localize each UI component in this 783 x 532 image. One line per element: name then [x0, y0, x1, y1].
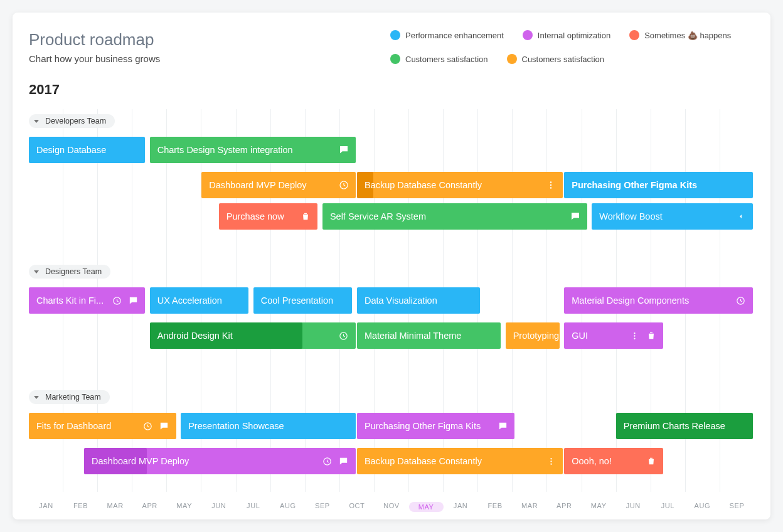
bar-charts-kit[interactable]: Charts Kit in Fi...: [29, 287, 145, 314]
clock-icon: [338, 179, 349, 191]
clock-icon: [735, 295, 747, 306]
bar-backup-database[interactable]: Backup Database Constantly: [357, 172, 563, 198]
clock-icon: [322, 455, 333, 467]
clock-icon: [338, 330, 349, 341]
year-label: 2017: [29, 82, 754, 98]
bar-purchase-now[interactable]: Purchase now: [219, 203, 318, 230]
trash-icon[interactable]: [300, 211, 311, 222]
bar-purchasing-kits[interactable]: Purchasing Other Figma Kits: [564, 172, 753, 198]
bar-dashboard-mvp-mkt[interactable]: Dashboard MVP Deploy: [84, 448, 356, 474]
svg-point-14: [550, 463, 551, 464]
svg-point-13: [550, 460, 551, 462]
bar-label: Material Design Components: [572, 295, 689, 306]
month-label[interactable]: JAN: [29, 502, 63, 512]
svg-point-2: [550, 184, 551, 186]
timeline: Developers Team Designers Team Marketing…: [29, 109, 754, 492]
bar-label: Purchase now: [226, 211, 284, 221]
trash-icon[interactable]: [646, 330, 657, 341]
bar-label: Charts Design System integration: [157, 145, 293, 155]
bar-design-database[interactable]: Design Database: [29, 137, 145, 163]
bar-data-viz[interactable]: Data Visualization: [357, 287, 480, 314]
month-label[interactable]: APR: [547, 502, 582, 512]
bar-workflow-boost[interactable]: Workflow Boost: [592, 203, 753, 230]
chat-icon: [338, 144, 349, 156]
month-label[interactable]: MAR: [513, 502, 547, 512]
month-label[interactable]: MAY: [582, 502, 616, 512]
month-label[interactable]: SEP: [720, 502, 754, 512]
month-label[interactable]: FEB: [63, 502, 98, 512]
bar-gui[interactable]: GUI: [564, 322, 663, 349]
month-label[interactable]: JAN: [444, 502, 478, 512]
bar-label: Dashboard MVP Deploy: [92, 456, 189, 466]
group-label: Designers Team: [45, 267, 102, 276]
month-label[interactable]: OCT: [339, 502, 374, 512]
legend-label: Internal optimization: [538, 31, 610, 40]
bar-fits-dashboard[interactable]: Fits for Dashboard: [29, 413, 176, 439]
more-icon[interactable]: [545, 179, 557, 191]
legend-item: Internal optimization: [523, 30, 610, 40]
bar-backup-db-mkt[interactable]: Backup Database Constantly: [357, 448, 563, 474]
month-label[interactable]: MAY: [409, 502, 444, 512]
legend-dot-icon: [390, 54, 400, 64]
svg-point-9: [634, 338, 636, 339]
month-label[interactable]: SEP: [305, 502, 339, 512]
svg-point-1: [550, 181, 551, 183]
month-label[interactable]: MAY: [167, 502, 201, 512]
bar-label: Purchasing Other Figma Kits: [572, 180, 697, 190]
bar-label: Material Minimal Theme: [365, 331, 461, 341]
month-label[interactable]: JUN: [616, 502, 651, 512]
more-icon[interactable]: [545, 455, 557, 467]
chat-icon: [127, 295, 139, 306]
month-axis: JANFEBMARAPRMAYJUNJULAUGSEPOCTNOVMAYJANF…: [29, 502, 754, 512]
bar-purchasing-kits-mkt[interactable]: Purchasing Other Figma Kits: [357, 413, 514, 439]
bar-label: Android Design Kit: [157, 331, 233, 341]
month-label[interactable]: JUN: [201, 502, 236, 512]
chat-icon: [497, 420, 508, 432]
legend-dot-icon: [390, 30, 400, 40]
month-label[interactable]: AUG: [270, 502, 305, 512]
bar-label: Purchasing Other Figma Kits: [365, 421, 481, 431]
group-toggle-marketing[interactable]: Marketing Team: [29, 390, 110, 404]
legend-dot-icon: [523, 30, 533, 40]
bar-android-kit[interactable]: Android Design Kit: [150, 322, 356, 349]
bar-label: Dashboard MVP Deploy: [209, 180, 306, 190]
bar-ux-accel[interactable]: UX Acceleration: [150, 287, 249, 314]
legend-label: Performance enhancement: [405, 31, 504, 40]
legend-item: Sometimes 💩 happens: [629, 30, 731, 40]
month-label[interactable]: JUL: [651, 502, 685, 512]
legend-dot-icon: [507, 54, 517, 64]
month-label[interactable]: MAR: [98, 502, 132, 512]
bar-material-components[interactable]: Material Design Components: [564, 287, 753, 314]
group-label: Developers Team: [45, 117, 106, 125]
bar-cool-pres[interactable]: Cool Presentation: [253, 287, 353, 314]
month-label[interactable]: APR: [132, 502, 167, 512]
bar-prototyping[interactable]: Prototyping: [506, 322, 560, 349]
bar-oooh-no[interactable]: Oooh, no!: [564, 448, 663, 474]
bar-label: Fits for Dashboard: [36, 421, 111, 431]
month-label[interactable]: AUG: [685, 502, 720, 512]
group-toggle-designers[interactable]: Designers Team: [29, 265, 110, 279]
trash-icon[interactable]: [646, 455, 657, 467]
more-icon[interactable]: [629, 330, 641, 341]
svg-point-8: [634, 335, 636, 336]
bar-label: Backup Database Constantly: [365, 456, 482, 466]
bar-dashboard-mvp[interactable]: Dashboard MVP Deploy: [201, 172, 356, 198]
bar-material-minimal[interactable]: Material Minimal Theme: [357, 322, 501, 349]
month-label[interactable]: FEB: [478, 502, 513, 512]
bar-premium-charts[interactable]: Premium Charts Release: [616, 413, 753, 439]
month-label[interactable]: NOV: [374, 502, 408, 512]
group-toggle-developers[interactable]: Developers Team: [29, 114, 115, 128]
bar-label: Prototyping: [513, 331, 559, 341]
legend-item: Performance enhancement: [390, 30, 504, 40]
bar-self-service[interactable]: Self Service AR System: [322, 203, 587, 230]
bar-label: Self Service AR System: [330, 211, 426, 221]
bar-presentation-showcase[interactable]: Presentation Showcase: [181, 413, 356, 439]
group-label: Marketing Team: [45, 393, 101, 402]
bar-label: UX Acceleration: [157, 295, 222, 306]
bar-label: Design Database: [36, 145, 106, 155]
month-label[interactable]: JUL: [236, 502, 270, 512]
bar-charts-design-system[interactable]: Charts Design System integration: [150, 137, 356, 163]
roadmap-card: Product roadmap Chart how your business …: [13, 13, 770, 519]
chevron-down-icon: [34, 396, 39, 399]
legend-label: Sometimes 💩 happens: [644, 31, 731, 40]
